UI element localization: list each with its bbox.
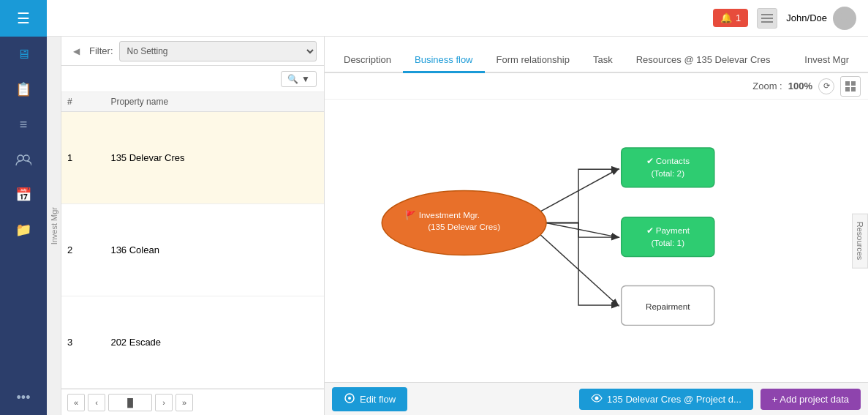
search-button[interactable]: 🔍 ▼ [281, 71, 317, 87]
page-first-button[interactable]: « [67, 394, 85, 411]
top-header: 🔔 1 John/Doe [47, 0, 868, 37]
svg-text:(135 Delevar Cres): (135 Delevar Cres) [428, 222, 500, 231]
add-project-label: + Add project data [772, 394, 849, 405]
property-table: # Property name 1 135 Delevar Cres 2 136… [61, 92, 324, 389]
svg-text:✔ Payment: ✔ Payment [646, 225, 690, 235]
filter-label: Filter: [89, 45, 113, 56]
search-dropdown-icon: ▼ [301, 74, 310, 84]
right-panel-wrapper: Description Business flow Form relations… [325, 37, 868, 415]
svg-point-1 [23, 155, 29, 161]
svg-text:(Total: 1): (Total: 1) [651, 238, 684, 247]
svg-point-25 [348, 397, 351, 400]
panel-header: ◀ Filter: No Setting Custom [61, 37, 324, 66]
content-body: Invest Mgr ◀ Filter: No Setting Custom 🔍… [47, 37, 868, 415]
svg-rect-7 [851, 81, 856, 86]
flow-diagram: 🚩 Investment Mgr. (135 Delevar Cres) ✔ C… [325, 100, 868, 382]
row-name: 202 Escade [105, 296, 324, 389]
main-content: 🔔 1 John/Doe Invest Mgr ◀ Filter: [47, 0, 868, 415]
row-num: 3 [61, 296, 105, 389]
left-panel: Invest Mgr ◀ Filter: No Setting Custom 🔍… [47, 37, 325, 415]
sidebar-item-calendar[interactable]: 📅 [0, 177, 47, 212]
panel-inner: ◀ Filter: No Setting Custom 🔍 ▼ [61, 37, 324, 415]
tab-task[interactable]: Task [581, 48, 624, 73]
zoom-label: Zoom : [752, 81, 782, 91]
page-prev-button[interactable]: ‹ [88, 394, 105, 411]
svg-text:✔ Contacts: ✔ Contacts [646, 156, 690, 165]
svg-rect-6 [845, 81, 850, 86]
svg-rect-2 [761, 14, 773, 15]
tab-form-relationship[interactable]: Form relationship [485, 48, 581, 73]
sidebar-item-group[interactable] [0, 142, 47, 177]
svg-point-26 [595, 396, 599, 400]
project-button[interactable]: 135 Delevar Cres @ Project d... [579, 389, 753, 410]
pagination-bar: « ‹ ▐▌ › » [61, 389, 324, 415]
sidebar-item-folder[interactable]: 📁 [0, 212, 47, 247]
panel-edge: Invest Mgr [47, 37, 61, 415]
panel-collapse-button[interactable]: ◀ [69, 44, 83, 59]
eye-icon [591, 394, 603, 405]
sidebar-item-document[interactable]: 📋 [0, 72, 47, 107]
search-row: 🔍 ▼ [61, 66, 324, 92]
user-avatar [833, 7, 856, 30]
col-header-name: Property name [105, 92, 324, 112]
table-row[interactable]: 3 202 Escade [61, 296, 324, 389]
user-card-icon [757, 8, 777, 29]
tab-resources[interactable]: Resources @ 135 Delevar Cres [624, 48, 782, 73]
flow-canvas: 🚩 Investment Mgr. (135 Delevar Cres) ✔ C… [325, 100, 868, 382]
user-name: John/Doe [786, 12, 827, 23]
panel-label: Invest Mgr [50, 207, 59, 244]
sidebar-item-list[interactable]: ≡ [0, 107, 47, 142]
svg-rect-8 [845, 87, 850, 91]
page-last-button[interactable]: » [176, 394, 193, 411]
col-header-num: # [61, 92, 105, 112]
svg-rect-16 [622, 148, 714, 187]
tab-description[interactable]: Description [332, 48, 403, 73]
svg-rect-3 [761, 18, 773, 19]
svg-text:Repairment: Repairment [646, 302, 690, 311]
tabs-row: Description Business flow Form relations… [325, 37, 868, 73]
sidebar: ☰ 🖥 📋 ≡ 📅 📁 ••• [0, 0, 47, 415]
hamburger-icon[interactable]: ☰ [17, 10, 30, 27]
svg-point-5 [841, 12, 848, 20]
svg-point-0 [18, 155, 23, 161]
svg-rect-4 [761, 21, 773, 23]
flow-toolbar: Zoom : 100% ⟳ [325, 73, 868, 100]
row-num: 1 [61, 112, 105, 204]
svg-rect-9 [851, 87, 856, 91]
svg-rect-19 [622, 217, 714, 257]
sidebar-item-more[interactable]: ••• [0, 380, 47, 415]
user-area[interactable]: John/Doe [786, 7, 856, 30]
tab-business-flow[interactable]: Business flow [403, 48, 484, 73]
zoom-reset-button[interactable]: ⟳ [818, 78, 834, 94]
tab-invest-mgr[interactable]: Invest Mgr [793, 48, 861, 73]
edit-flow-icon [344, 392, 355, 406]
add-project-button[interactable]: + Add project data [761, 389, 861, 410]
bell-icon: 🔔 [720, 12, 732, 23]
table-row[interactable]: 1 135 Delevar Cres [61, 112, 324, 204]
resources-side-label[interactable]: Resources [852, 214, 868, 269]
edit-flow-button[interactable]: Edit flow [332, 387, 407, 411]
page-indicator: ▐▌ [108, 394, 152, 411]
zoom-value: 100% [788, 81, 812, 91]
search-icon: 🔍 [287, 74, 298, 84]
svg-text:(Total: 2): (Total: 2) [651, 168, 684, 178]
notification-button[interactable]: 🔔 1 [713, 9, 748, 27]
sidebar-top: ☰ [0, 0, 47, 37]
row-name: 136 Colean [105, 204, 324, 296]
page-next-button[interactable]: › [155, 394, 173, 411]
svg-text:🚩 Investment Mgr.: 🚩 Investment Mgr. [405, 210, 480, 220]
row-name: 135 Delevar Cres [105, 112, 324, 204]
notification-count: 1 [736, 12, 741, 23]
bottom-bar: Edit flow 135 Delevar Cres @ Project d..… [325, 382, 868, 415]
row-num: 2 [61, 204, 105, 296]
project-label: 135 Delevar Cres @ Project d... [607, 394, 741, 405]
right-panel: Description Business flow Form relations… [325, 37, 868, 382]
edit-flow-label: Edit flow [360, 394, 396, 405]
filter-select[interactable]: No Setting Custom [119, 41, 317, 61]
sidebar-item-monitor[interactable]: 🖥 [0, 37, 47, 72]
table-row[interactable]: 2 136 Colean [61, 204, 324, 296]
resources-panel-button[interactable] [840, 76, 861, 97]
svg-line-11 [546, 223, 618, 238]
